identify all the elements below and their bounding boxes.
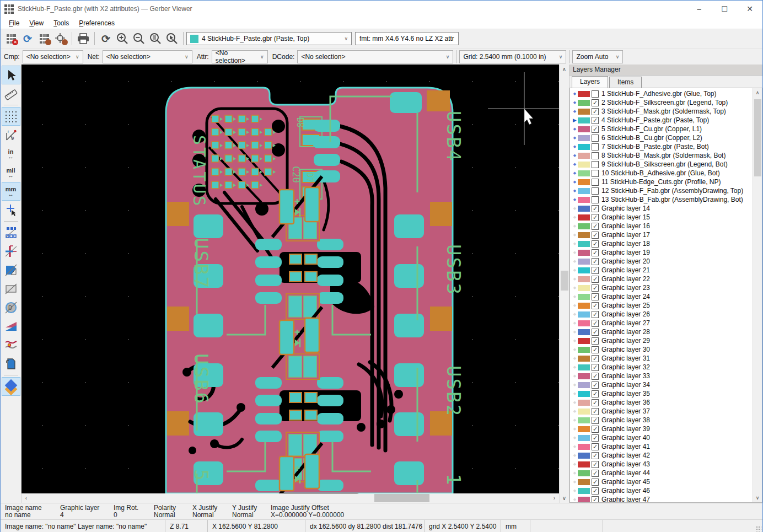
open-drill-file-button[interactable] (52, 31, 69, 46)
layer-row[interactable]: ◆✓Graphic layer 16 (570, 222, 762, 230)
layer-color-swatch[interactable] (578, 100, 590, 106)
layer-row[interactable]: ◆✓Graphic layer 44 (570, 469, 762, 477)
high-contrast-mode-button[interactable] (2, 336, 20, 354)
layer-visibility-checkbox[interactable]: ✓ (592, 337, 599, 345)
layer-list-scrollbar[interactable]: ∧ ∨ (753, 88, 762, 502)
layer-color-swatch[interactable] (578, 267, 590, 273)
layer-color-swatch[interactable] (578, 435, 590, 441)
layer-visibility-checkbox[interactable]: ✓ (592, 267, 599, 274)
layer-visibility-checkbox[interactable]: ✓ (592, 470, 599, 477)
layer-color-swatch[interactable] (578, 453, 590, 459)
menu-file[interactable]: File (4, 18, 24, 28)
horizontal-scroll-thumb[interactable] (374, 494, 429, 502)
menu-preferences[interactable]: Preferences (74, 18, 120, 28)
layer-row[interactable]: ◆✓Graphic layer 45 (570, 477, 762, 486)
layer-row[interactable]: ◆✓Graphic layer 15 (570, 213, 762, 222)
net-select[interactable]: <No selection>∨ (103, 50, 192, 63)
layer-row[interactable]: ◆✓Graphic layer 27 (570, 319, 762, 327)
show-page-limits-button[interactable] (2, 354, 20, 373)
layer-row[interactable]: ◆✓Graphic layer 38 (570, 416, 762, 424)
layer-visibility-checkbox[interactable]: ✓ (592, 355, 599, 362)
layer-color-swatch[interactable] (578, 479, 590, 485)
layer-row[interactable]: ◆✓Graphic layer 31 (570, 354, 762, 363)
print-button[interactable] (75, 31, 92, 46)
layer-visibility-checkbox[interactable]: ✓ (592, 284, 599, 292)
layer-visibility-checkbox[interactable]: ✓ (592, 99, 599, 106)
layer-visibility-checkbox[interactable]: ✓ (592, 258, 599, 265)
layer-visibility-checkbox[interactable]: ✓ (592, 417, 599, 424)
clear-all-layers-button[interactable]: ✕ (3, 31, 19, 46)
units-inches-button[interactable]: in ↔ (2, 144, 20, 163)
layer-visibility-checkbox[interactable] (592, 152, 599, 159)
layer-visibility-checkbox[interactable]: ✓ (592, 240, 599, 248)
scroll-up-icon[interactable]: ∧ (753, 88, 762, 97)
layer-color-swatch[interactable] (578, 338, 590, 344)
units-mm-button[interactable]: mm ↔ (2, 182, 20, 201)
layer-visibility-checkbox[interactable]: ✓ (592, 302, 599, 309)
layer-color-swatch[interactable] (578, 223, 590, 229)
layer-color-swatch[interactable] (578, 250, 590, 256)
layer-row[interactable]: ◆✓Graphic layer 24 (570, 292, 762, 301)
close-button[interactable]: ✕ (737, 1, 762, 17)
layer-row[interactable]: ◆12 StickHub-F_Fab.gbr (AssemblyDrawing,… (570, 186, 762, 195)
layer-color-swatch[interactable] (578, 162, 590, 168)
layer-row[interactable]: ◆✓Graphic layer 41 (570, 442, 762, 451)
layer-color-swatch[interactable] (578, 320, 590, 326)
layer-color-swatch[interactable] (578, 153, 590, 159)
layer-row[interactable]: ◆13 StickHub-B_Fab.gbr (AssemblyDrawing,… (570, 195, 762, 204)
scroll-down-icon[interactable]: ∨ (560, 493, 569, 503)
layer-scroll-thumb[interactable] (754, 99, 761, 176)
layer-color-swatch[interactable] (578, 470, 590, 476)
menu-view[interactable]: View (24, 18, 49, 28)
maximize-button[interactable]: ☐ (712, 1, 737, 17)
units-mils-button[interactable]: mil ↔ (2, 163, 20, 182)
layer-color-swatch[interactable] (578, 364, 590, 370)
layer-row[interactable]: ◆7 StickHub-B_Paste.gbr (Paste, Bot) (570, 142, 762, 151)
sketch-flashed-items-button[interactable] (2, 223, 20, 242)
select-tool-button[interactable] (2, 66, 20, 84)
layer-visibility-checkbox[interactable]: ✓ (592, 232, 599, 239)
layer-color-swatch[interactable] (578, 294, 590, 300)
layer-color-swatch[interactable] (578, 91, 590, 97)
dcode-select[interactable]: <No selection>∨ (297, 50, 453, 63)
layer-row[interactable]: ◆✓2 StickHub-F_Silkscreen.gbr (Legend, T… (570, 98, 762, 107)
layer-color-swatch[interactable] (578, 206, 590, 212)
layer-color-swatch[interactable] (578, 276, 590, 282)
layer-visibility-checkbox[interactable]: ✓ (592, 461, 599, 468)
layer-row[interactable]: ◆✓Graphic layer 21 (570, 266, 762, 275)
layer-color-swatch[interactable] (578, 497, 590, 503)
layer-visibility-checkbox[interactable]: ✓ (592, 434, 599, 442)
layer-visibility-checkbox[interactable]: ✓ (592, 381, 599, 389)
zoom-in-button[interactable] (114, 31, 131, 46)
layer-row[interactable]: ◆✓Graphic layer 22 (570, 275, 762, 283)
gerber-canvas[interactable]: STATUS USB7 USB6 5 USB4 USB3 USB2 1 D8 C… (22, 65, 559, 493)
sketch-polygons-button[interactable] (2, 261, 20, 280)
layer-color-swatch[interactable] (578, 197, 590, 203)
layer-color-swatch[interactable] (578, 426, 590, 432)
scroll-left-icon[interactable]: ‹ (22, 493, 31, 503)
layer-row[interactable]: ◆✓Graphic layer 29 (570, 336, 762, 345)
layer-color-swatch[interactable] (578, 391, 590, 397)
layer-color-swatch[interactable] (578, 329, 590, 335)
layer-row[interactable]: ◆✓Graphic layer 23 (570, 283, 762, 292)
layer-row[interactable]: ◆✓Graphic layer 30 (570, 345, 762, 354)
layer-row[interactable]: ◆✓Graphic layer 28 (570, 327, 762, 336)
polar-coordinates-button[interactable]: rθ (2, 126, 20, 144)
layers-manager-toggle-button[interactable] (2, 377, 20, 396)
layer-visibility-checkbox[interactable]: ✓ (592, 214, 599, 221)
layer-color-swatch[interactable] (578, 461, 590, 467)
layer-row[interactable]: ◆✓Graphic layer 25 (570, 301, 762, 310)
scroll-down-icon[interactable]: ∨ (753, 493, 762, 502)
zoom-select[interactable]: Zoom Auto∨ (572, 50, 623, 63)
layer-visibility-checkbox[interactable]: ✓ (592, 329, 599, 336)
reload-all-layers-button[interactable]: ⟳ (19, 31, 36, 46)
layer-color-swatch[interactable] (578, 417, 590, 423)
layer-row[interactable]: ◆✓Graphic layer 39 (570, 424, 762, 433)
layer-visibility-checkbox[interactable]: ✓ (592, 117, 599, 124)
layer-visibility-checkbox[interactable] (592, 170, 599, 177)
layer-row[interactable]: ◆11 StickHub-Edge_Cuts.gbr (Profile, NP) (570, 178, 762, 186)
measure-tool-button[interactable] (2, 84, 20, 103)
layer-row[interactable]: ◆✓Graphic layer 26 (570, 310, 762, 319)
layer-color-swatch[interactable] (578, 409, 590, 415)
zoom-out-button[interactable] (131, 31, 147, 46)
